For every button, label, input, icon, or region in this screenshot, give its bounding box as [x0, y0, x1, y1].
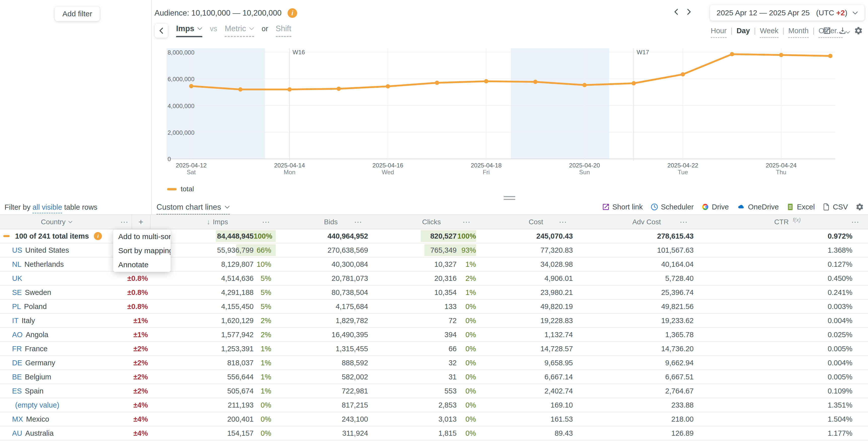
column-menu-icon[interactable]: ⋯ [851, 217, 860, 227]
excel-export-button[interactable]: Excel [786, 203, 815, 211]
country-code-link[interactable]: IT [12, 316, 19, 325]
country-code-link[interactable]: FR [12, 345, 22, 353]
add-column-button[interactable]: + [138, 217, 144, 227]
impressions-line-chart[interactable]: 8,000,0006,000,0004,000,0002,000,0000202… [151, 38, 868, 201]
clicks-value: 66 [448, 345, 457, 353]
x-axis-day-label: Tue [678, 169, 688, 175]
table-settings-gear-icon[interactable] [856, 203, 864, 211]
table-row[interactable]: PL Poland ±0.8% 4,155,450 5% 4,175,684 1… [0, 300, 868, 314]
chart-point[interactable] [337, 87, 341, 91]
chart-point[interactable] [189, 84, 193, 88]
menu-item-sort-by-mapping[interactable]: Sort by mapping [113, 244, 170, 258]
country-code-link[interactable]: NL [12, 260, 21, 269]
column-menu-icon[interactable]: ⋯ [559, 217, 567, 227]
estimation-error-value: ±2% [113, 384, 151, 398]
column-context-menu: Add to multi-sort Sort by mapping Annota… [113, 230, 170, 272]
chart-point[interactable] [681, 72, 685, 76]
date-range-picker[interactable]: 2025 Apr 12 — 2025 Apr 25 (UTC +2) [710, 5, 865, 21]
country-code-link[interactable]: PL [12, 302, 21, 311]
column-header-clicks[interactable]: Clicks ⋯ [377, 215, 486, 229]
table-row[interactable]: BE Belgium ±2% 556,644 1% 582,002 31 0% … [0, 370, 868, 384]
table-row[interactable]: AU Australia ±4% 154,157 0% 311,924 1,81… [0, 427, 868, 441]
column-menu-icon[interactable]: ⋯ [462, 217, 471, 227]
country-code-link[interactable]: DE [12, 359, 22, 367]
chart-point[interactable] [730, 52, 734, 56]
custom-chart-lines-select[interactable]: Custom chart lines [156, 203, 230, 215]
primary-metric-select[interactable]: Imps [176, 24, 202, 37]
chart-point[interactable] [533, 80, 537, 84]
menu-item-annotate[interactable]: Annotate [113, 258, 170, 272]
previous-period-button[interactable] [674, 8, 678, 15]
imps-cell: 211,193 0% [151, 398, 284, 412]
download-icon[interactable] [838, 26, 847, 35]
clicks-share-pct: 100% [457, 232, 476, 240]
info-icon[interactable]: i [94, 232, 102, 240]
country-code-link[interactable]: AU [12, 429, 22, 438]
chart-point[interactable] [386, 84, 390, 89]
shift-select[interactable]: Shift [276, 24, 291, 37]
chart-point[interactable] [238, 87, 243, 92]
table-row[interactable]: MX Mexico ±4% 200,401 0% 243,100 3,013 0… [0, 412, 868, 427]
country-code-link[interactable]: US [12, 246, 22, 254]
column-header-bids[interactable]: Bids ⋯ [284, 215, 377, 229]
column-header-ctr[interactable]: CTRf(x) ⋯ [707, 215, 868, 229]
country-code-link[interactable]: UK [12, 274, 22, 282]
google-drive-button[interactable]: Drive [701, 203, 729, 211]
chart-point[interactable] [828, 54, 833, 58]
chart-point[interactable] [484, 79, 488, 83]
add-filter-button[interactable]: Add filter [55, 6, 100, 21]
chart-resize-handle[interactable] [504, 196, 515, 202]
onedrive-button[interactable]: OneDrive [736, 203, 779, 211]
column-header-imps[interactable]: ↓Imps ⋯ [151, 215, 284, 229]
scheduler-button[interactable]: Scheduler [650, 203, 694, 211]
short-link-button[interactable]: Short link [602, 203, 643, 211]
chart-back-button[interactable] [155, 24, 168, 38]
table-row[interactable]: DE Germany ±2% 818,037 1% 888,592 32 0% … [0, 356, 868, 370]
csv-export-button[interactable]: CSV [822, 203, 848, 211]
all-visible-link[interactable]: all visible [32, 203, 62, 213]
gear-icon[interactable] [854, 26, 863, 35]
compare-metric-select[interactable]: Metric [225, 24, 254, 37]
column-header-country[interactable]: Country [0, 215, 113, 229]
granularity-month[interactable]: Month [788, 27, 809, 38]
table-row[interactable]: UK ±0.8% 4,514,636 5% 20,781,073 20,316 … [0, 272, 868, 285]
adv-cost-value: 25,396.74 [586, 285, 707, 299]
info-icon[interactable]: i [287, 8, 297, 18]
granularity-hour[interactable]: Hour [711, 27, 726, 38]
chart-point[interactable] [631, 81, 636, 86]
imps-cell: 154,157 0% [151, 427, 284, 440]
column-menu-icon[interactable]: ⋯ [262, 217, 271, 227]
table-row[interactable]: IT Italy ±1% 1,620,129 2% 1,829,782 72 0… [0, 314, 868, 328]
chart-point[interactable] [435, 81, 439, 85]
column-menu-icon[interactable]: ⋯ [120, 217, 129, 227]
date-range-value: 2025 Apr 12 — 2025 Apr 25 [717, 8, 810, 17]
next-period-button[interactable] [687, 8, 691, 15]
column-menu-icon[interactable]: ⋯ [680, 217, 688, 227]
table-row[interactable]: FR France ±2% 1,253,391 1% 1,315,455 66 … [0, 342, 868, 356]
country-code-link[interactable]: BE [12, 373, 22, 381]
country-code-link[interactable]: AO [12, 331, 23, 339]
granularity-week[interactable]: Week [760, 27, 778, 38]
table-row[interactable]: AO Angola ±1% 1,577,942 2% 16,490,395 39… [0, 328, 868, 342]
country-code-link[interactable]: MX [12, 415, 23, 423]
chart-point[interactable] [583, 83, 587, 87]
granularity-day[interactable]: Day [736, 27, 750, 37]
table-row[interactable]: SE Sweden ±0.8% 4,291,188 5% 80,738,504 … [0, 285, 868, 300]
clicks-cell: 820,527 100% [377, 229, 486, 243]
chart-point[interactable] [287, 87, 291, 92]
clicks-value: 133 [444, 302, 457, 311]
column-header-cost[interactable]: Cost ⋯ [486, 215, 586, 229]
x-axis-date-label: 2025-04-14 [274, 162, 305, 169]
chevron-down-icon [68, 221, 72, 223]
chart-point[interactable] [779, 53, 783, 57]
ctr-value: 0.450% [707, 272, 868, 285]
country-code-link[interactable]: SE [12, 288, 22, 297]
table-row[interactable]: (empty value) ±4% 211,193 0% 817,215 2,8… [0, 398, 868, 412]
chart-legend[interactable]: total [167, 185, 194, 193]
open-in-new-icon[interactable] [823, 26, 831, 35]
column-menu-icon[interactable]: ⋯ [354, 217, 363, 227]
table-row[interactable]: ES Spain ±2% 505,674 1% 722,981 553 0% 2… [0, 384, 868, 398]
country-code-link[interactable]: ES [12, 387, 22, 395]
column-header-adv-cost[interactable]: Adv Cost ⋯ [586, 215, 707, 229]
menu-item-add-to-multi-sort[interactable]: Add to multi-sort [113, 230, 170, 244]
